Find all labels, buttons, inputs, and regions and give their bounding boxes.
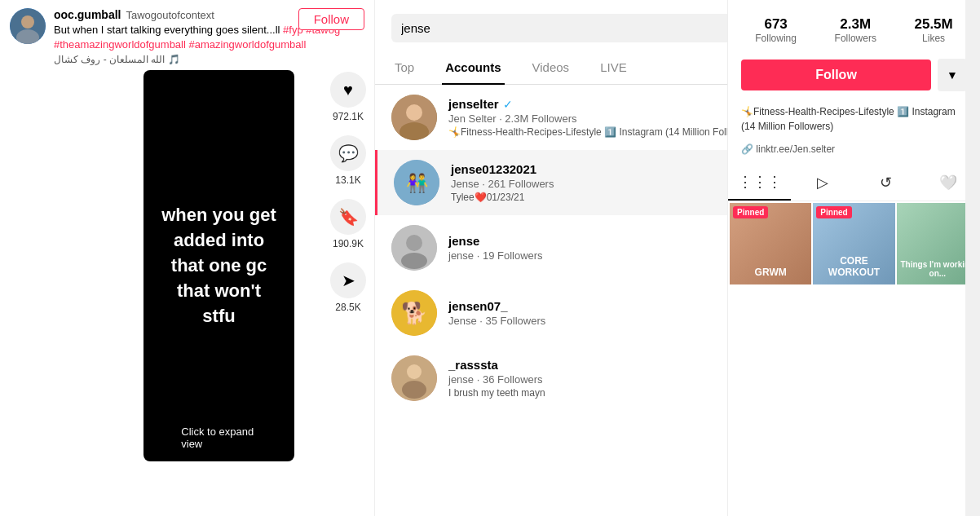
video-container[interactable]: when you get added into that one gc that… [143, 70, 294, 461]
result-avatar-jense [391, 225, 437, 271]
comment-count: 13.1K [335, 174, 360, 186]
svg-text:👫: 👫 [406, 172, 429, 194]
svg-text:🐕: 🐕 [401, 300, 428, 326]
result-name: jense01232021 [451, 162, 536, 176]
expand-label: Click to expand view [181, 426, 257, 450]
grid-cell-core[interactable]: Pinned CORE WORKOUT [813, 203, 894, 284]
stat-following: 673 Following [755, 16, 797, 44]
svg-point-14 [407, 364, 422, 379]
tab-top[interactable]: Top [391, 52, 417, 84]
repost-icon: ↺ [880, 174, 892, 192]
follow-row: Follow ▼ [728, 52, 980, 98]
grid-icon: ⋮⋮⋮ [738, 173, 782, 191]
expanded-stats: 673 Following 2.3M Followers 25.5M Likes [728, 0, 980, 52]
link-icon: 🔗 [741, 143, 753, 155]
svg-point-10 [401, 253, 427, 269]
stat-followers: 2.3M Followers [835, 16, 876, 44]
grid-label-grwm: GRWM [730, 267, 811, 278]
follow-dropdown-button[interactable]: ▼ [938, 59, 967, 91]
share-icon: ➤ [330, 262, 366, 298]
share-action[interactable]: ➤ 28.5K [330, 262, 366, 313]
grid-label-core: CORE WORKOUT [813, 255, 894, 278]
result-name: jense [448, 234, 479, 248]
grid-cell-grwm[interactable]: Pinned GRWM [730, 203, 811, 284]
expanded-link: 🔗 linktr.ee/Jen.selter [728, 140, 980, 158]
grid-container: Pinned GRWM Pinned CORE WORKOUT Things I… [728, 201, 980, 286]
comment-action[interactable]: 💬 13.1K [330, 135, 366, 186]
chevron-down-icon: ▼ [947, 68, 958, 82]
svg-point-4 [406, 104, 422, 121]
comment-icon: 💬 [330, 135, 366, 171]
username[interactable]: ooc.gumball [54, 8, 121, 21]
like-count: 972.1K [333, 111, 364, 122]
tab-accounts[interactable]: Accounts [442, 52, 504, 84]
left-panel: ooc.gumball Tawogoutofcontext But when I… [0, 0, 375, 516]
likes-label: Likes [914, 33, 952, 44]
expanded-tabs: ⋮⋮⋮ ▷ ↺ 🤍 [728, 165, 980, 201]
follow-button-top[interactable]: Follow [298, 8, 364, 30]
bookmark-icon: 🔖 [330, 199, 366, 235]
result-name: _rasssta [448, 358, 498, 372]
result-name: jensen07_ [448, 299, 508, 313]
followers-label: Followers [835, 33, 876, 44]
post-header: ooc.gumball Tawogoutofcontext But when I… [0, 0, 374, 70]
right-edge-bar [965, 0, 980, 516]
result-name: jenselter [448, 97, 499, 111]
pin-label-core: Pinned [816, 206, 851, 218]
likes-count: 25.5M [914, 16, 952, 33]
exp-tab-grid[interactable]: ⋮⋮⋮ [728, 165, 791, 201]
share-count: 28.5K [335, 302, 360, 313]
play-icon: ▷ [817, 174, 828, 192]
exp-tab-play[interactable]: ▷ [791, 165, 854, 201]
handle: Tawogoutofcontext [126, 9, 214, 21]
link-text[interactable]: linktr.ee/Jen.selter [756, 143, 835, 155]
tab-videos[interactable]: Videos [529, 52, 573, 84]
expanded-desc: 🤸Fitness-Health-Recipes-Lifestyle 1️⃣ In… [728, 98, 980, 140]
side-actions: ♥ 972.1K 💬 13.1K 🔖 190.9K ➤ 28.5K [330, 72, 366, 313]
like-action[interactable]: ♥ 972.1K [330, 72, 366, 122]
svg-point-9 [406, 235, 422, 251]
verified-badge: ✓ [503, 98, 513, 111]
following-count: 673 [755, 16, 797, 33]
stat-likes: 25.5M Likes [914, 16, 952, 44]
post-music: الله المسلعان - روف كشال 🎵 [54, 54, 364, 65]
svg-point-15 [402, 381, 426, 399]
pin-label-grwm: Pinned [733, 206, 768, 218]
heart-outline-icon: 🤍 [939, 174, 957, 192]
result-avatar-jenselter [391, 95, 437, 140]
result-avatar-jense01: 👫 [394, 160, 439, 205]
result-avatar-rasssta [391, 355, 437, 401]
svg-point-1 [21, 15, 34, 29]
tab-live[interactable]: LIVE [597, 52, 630, 84]
like-icon: ♥ [330, 72, 366, 108]
result-avatar-jensen07: 🐕 [391, 290, 437, 336]
exp-tab-repost[interactable]: ↺ [854, 165, 917, 201]
expanded-panel: 673 Following 2.3M Followers 25.5M Likes… [727, 0, 980, 516]
follow-main-button[interactable]: Follow [741, 60, 931, 90]
bookmark-count: 190.9K [333, 238, 364, 249]
avatar[interactable] [10, 8, 46, 44]
following-label: Following [755, 33, 797, 44]
video-text: when you get added into that one gc that… [143, 203, 294, 329]
bookmark-action[interactable]: 🔖 190.9K [330, 199, 366, 249]
followers-count: 2.3M [835, 16, 876, 33]
